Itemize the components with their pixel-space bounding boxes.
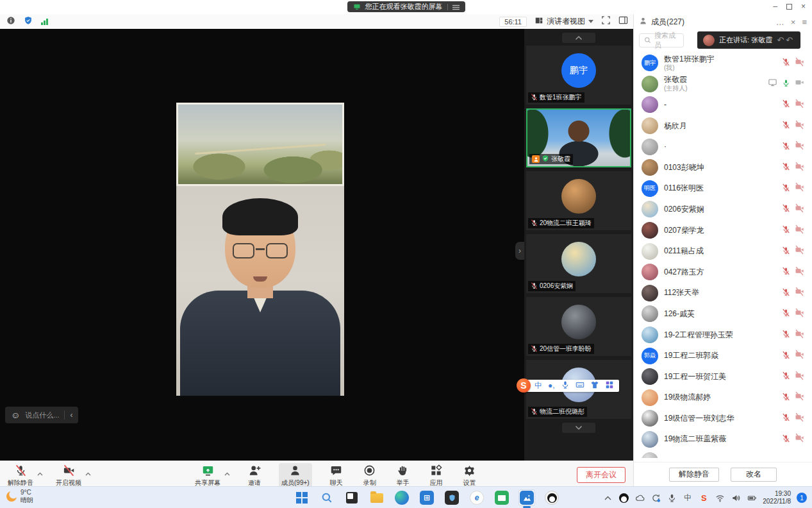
member-row[interactable]: 19-2工程管理孙玉荣	[634, 325, 812, 346]
cloud-icon[interactable]	[634, 493, 645, 503]
mic-muted-icon[interactable]	[782, 141, 790, 153]
settings-button[interactable]: 设置	[461, 463, 479, 489]
cam-muted-icon[interactable]	[795, 350, 804, 362]
chevron-up-icon[interactable]	[224, 467, 230, 489]
tray-expand-icon[interactable]	[602, 496, 613, 500]
cam-muted-icon[interactable]	[795, 120, 804, 132]
mic-muted-icon[interactable]	[782, 203, 790, 215]
edge-browser[interactable]	[394, 489, 410, 506]
cam-muted-icon[interactable]	[795, 308, 804, 320]
video-tile[interactable]: 20信管一班李盼盼	[526, 297, 631, 356]
raise-hand-button[interactable]: 举手	[394, 463, 412, 489]
mic-muted-icon[interactable]	[782, 224, 790, 236]
member-row[interactable]: 鹏宇数管1班张鹏宇(我)	[634, 53, 812, 74]
invite-button[interactable]: 邀请	[245, 463, 263, 489]
cam-muted-icon[interactable]	[795, 57, 804, 69]
cam-muted-icon[interactable]	[795, 182, 804, 194]
mic-muted-icon[interactable]	[782, 434, 790, 445]
wifi-icon[interactable]	[715, 493, 725, 503]
more-icon[interactable]: …	[776, 17, 784, 27]
share-screen-button[interactable]: 共享屏幕	[192, 463, 223, 489]
cam-muted-icon[interactable]	[795, 162, 804, 174]
sogou-icon[interactable]: S	[699, 493, 709, 503]
ime-grid-icon[interactable]	[605, 380, 614, 391]
security-app[interactable]	[443, 489, 460, 506]
shield-icon[interactable]	[24, 16, 33, 28]
member-row[interactable]: ·	[634, 136, 812, 157]
mic-muted-icon[interactable]	[782, 329, 790, 341]
member-row[interactable]	[634, 450, 812, 458]
menu-icon[interactable]: ≡	[802, 17, 807, 27]
mic-muted-icon[interactable]	[782, 57, 790, 69]
cam-muted-icon[interactable]	[795, 245, 804, 257]
ime-toolbar[interactable]: S 中●,	[517, 379, 619, 392]
cam-muted-icon[interactable]	[795, 433, 804, 445]
ime-lang-icon[interactable]: 中	[683, 493, 693, 504]
weather-widget[interactable]: 9°C 晴朗	[6, 489, 33, 504]
ime-keyboard-icon[interactable]	[576, 380, 584, 391]
info-icon[interactable]	[6, 16, 15, 28]
video-tile[interactable]: 张敬霞	[526, 108, 631, 167]
search-button[interactable]	[319, 489, 335, 506]
member-row[interactable]: 19级物流郝婷	[634, 387, 812, 409]
minimize-button[interactable]: –	[773, 2, 777, 11]
mic-muted-icon[interactable]	[782, 392, 790, 403]
member-row[interactable]: 0206安紫娴	[634, 199, 812, 220]
caption-bar[interactable]: ☺ 说点什么... ‹	[5, 407, 78, 423]
layout-icon[interactable]	[618, 15, 628, 28]
close-panel-icon[interactable]: ×	[791, 17, 796, 27]
caption-input[interactable]: 说点什么...	[25, 411, 59, 420]
member-row[interactable]: 0103彭晓坤	[634, 157, 812, 178]
mic-muted-icon[interactable]	[782, 99, 790, 110]
member-row[interactable]: 郭焱19工程二班郭焱	[634, 345, 812, 366]
mic-muted-icon[interactable]	[782, 308, 790, 319]
unmute-all-button[interactable]: 解除静音	[669, 468, 719, 482]
battery-icon[interactable]	[747, 493, 757, 503]
close-button[interactable]: ×	[801, 2, 806, 11]
strip-scroll-down-button[interactable]	[562, 423, 595, 433]
cam-muted-icon[interactable]	[795, 224, 804, 237]
member-list[interactable]: 鹏宇数管1班张鹏宇(我)张敬霞(主持人)-杨欣月·0103彭晓坤明医0116张明…	[634, 53, 812, 458]
cam-muted-icon[interactable]	[795, 140, 804, 153]
video-tile[interactable]: 0206安紫娴	[526, 234, 631, 293]
leave-meeting-button[interactable]: 离开会议	[577, 467, 626, 483]
chevron-up-icon[interactable]	[85, 467, 91, 489]
cam-gray-icon[interactable]	[795, 78, 804, 90]
mic-muted-icon[interactable]	[782, 266, 790, 278]
member-row[interactable]: 0207柴学龙	[634, 220, 812, 241]
strip-collapse-handle[interactable]: ›	[515, 242, 524, 260]
sync-icon[interactable]	[650, 493, 661, 503]
mic-muted-icon[interactable]	[782, 412, 790, 424]
view-selector[interactable]: 演讲者视图	[534, 16, 593, 27]
cam-muted-icon[interactable]	[795, 203, 804, 216]
cam-muted-icon[interactable]	[795, 99, 804, 111]
ime-dot-icon[interactable]: ●,	[548, 381, 555, 390]
mic-green-icon[interactable]	[782, 78, 790, 90]
member-row[interactable]: 0211籍占成	[634, 241, 812, 262]
screen-gray-icon[interactable]	[768, 78, 777, 90]
member-row[interactable]: 19工程一班贺江美	[634, 366, 812, 387]
fullscreen-icon[interactable]	[601, 15, 611, 28]
volume-icon[interactable]	[731, 493, 741, 503]
apps-button[interactable]: 应用	[427, 463, 445, 489]
banner-menu-icon[interactable]	[452, 1, 460, 13]
notification-badge[interactable]: 1	[797, 493, 807, 503]
chevron-up-icon[interactable]	[37, 467, 43, 489]
member-row[interactable]: -	[634, 94, 812, 115]
caption-collapse-icon[interactable]: ‹	[70, 411, 72, 419]
start-video-button[interactable]: 开启视频	[53, 463, 84, 489]
member-row[interactable]: 明医0116张明医	[634, 178, 812, 199]
mic-muted-icon[interactable]	[782, 350, 790, 362]
mic-muted-icon[interactable]	[782, 287, 790, 299]
cam-muted-icon[interactable]	[795, 287, 804, 299]
member-row[interactable]: 112张天举	[634, 283, 812, 304]
mic-icon[interactable]	[667, 493, 677, 503]
qq-app[interactable]	[543, 489, 560, 506]
wps-app[interactable]	[493, 489, 510, 506]
annotation-arrow-icons[interactable]: ↶↶	[777, 35, 795, 45]
mic-muted-icon[interactable]	[782, 183, 790, 194]
sogou-logo-icon[interactable]: S	[517, 378, 531, 393]
ime-skin-icon[interactable]	[590, 380, 599, 391]
member-row[interactable]: 杨欣月	[634, 115, 812, 137]
cam-muted-icon[interactable]	[795, 412, 804, 425]
